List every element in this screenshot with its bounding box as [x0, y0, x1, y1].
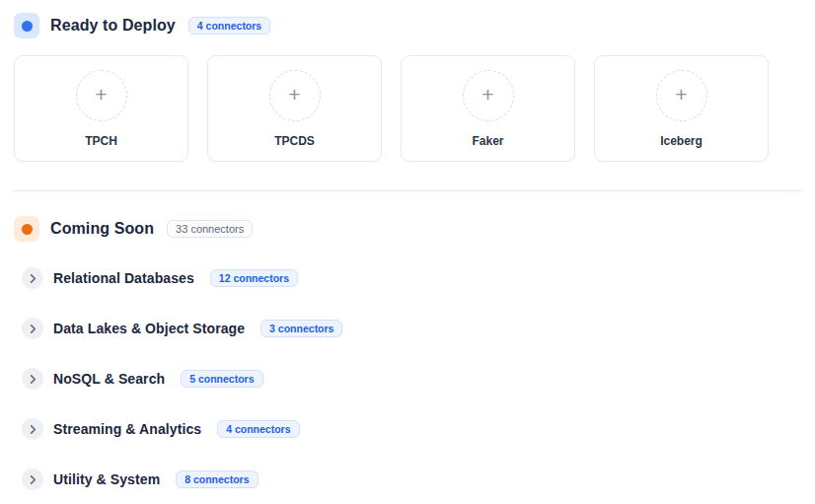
- blue-dot-icon: [22, 21, 33, 32]
- chevron-right-icon: [28, 374, 38, 385]
- group-row-data-lakes-object-storage[interactable]: Data Lakes & Object Storage 3 connectors: [14, 308, 801, 349]
- chevron-right-icon: [28, 273, 38, 284]
- group-row-streaming-analytics[interactable]: Streaming & Analytics 4 connectors: [14, 408, 801, 450]
- expand-button[interactable]: [22, 318, 43, 339]
- connector-card-iceberg[interactable]: + Iceberg: [594, 55, 769, 162]
- plus-icon: +: [675, 84, 687, 105]
- connector-card-label: Iceberg: [660, 134, 703, 148]
- group-connector-count-badge: 12 connectors: [210, 269, 298, 287]
- ready-status-dot-icon: [14, 13, 39, 38]
- group-row-relational-databases[interactable]: Relational Databases 12 connectors: [14, 257, 801, 299]
- ready-to-deploy-section: Ready to Deploy 4 connectors + TPCH + TP…: [14, 13, 801, 162]
- chevron-right-icon: [28, 424, 38, 435]
- plus-icon: +: [95, 84, 107, 105]
- expand-button[interactable]: [22, 368, 43, 390]
- group-connector-count-badge: 5 connectors: [181, 370, 262, 388]
- section-divider: [14, 190, 801, 191]
- connector-card-tpcds[interactable]: + TPCDS: [207, 55, 382, 162]
- group-title: Streaming & Analytics: [53, 421, 201, 437]
- group-row-utility-system[interactable]: Utility & System 8 connectors: [14, 459, 801, 500]
- group-connector-count-badge: 8 connectors: [176, 470, 258, 488]
- orange-dot-icon: [22, 224, 33, 235]
- coming-status-dot-icon: [14, 216, 39, 242]
- connector-card-label: TPCH: [85, 134, 117, 148]
- category-group-list: Relational Databases 12 connectors Data …: [14, 257, 801, 500]
- group-connector-count-badge: 4 connectors: [217, 420, 299, 438]
- add-connector-plus-icon: +: [269, 70, 321, 121]
- group-title: Relational Databases: [53, 270, 194, 286]
- chevron-right-icon: [28, 324, 38, 334]
- connector-card-faker[interactable]: + Faker: [401, 55, 575, 162]
- expand-button[interactable]: [22, 267, 43, 289]
- plus-icon: +: [482, 84, 493, 105]
- coming-section-header: Coming Soon 33 connectors: [14, 216, 801, 242]
- group-row-nosql-search[interactable]: NoSQL & Search 5 connectors: [14, 358, 801, 399]
- coming-section-title: Coming Soon: [50, 220, 154, 238]
- ready-connector-count-badge: 4 connectors: [188, 17, 270, 35]
- group-connector-count-badge: 3 connectors: [260, 320, 342, 337]
- connector-card-tpch[interactable]: + TPCH: [14, 55, 188, 162]
- connectors-page: Ready to Deploy 4 connectors + TPCH + TP…: [0, 0, 815, 504]
- coming-connector-count-badge: 33 connectors: [167, 220, 253, 238]
- expand-button[interactable]: [22, 418, 43, 440]
- connector-card-label: TPCDS: [274, 134, 315, 148]
- add-connector-plus-icon: +: [76, 70, 127, 121]
- group-title: Utility & System: [53, 471, 160, 487]
- group-title: Data Lakes & Object Storage: [53, 321, 245, 336]
- plus-icon: +: [288, 84, 300, 105]
- connector-card-label: Faker: [472, 134, 503, 148]
- chevron-right-icon: [28, 474, 38, 485]
- add-connector-plus-icon: +: [656, 70, 707, 121]
- add-connector-plus-icon: +: [463, 70, 514, 121]
- connector-card-grid: + TPCH + TPCDS + Faker + Iceberg: [14, 55, 801, 162]
- coming-soon-section: Coming Soon 33 connectors Relational Dat…: [14, 216, 801, 500]
- group-title: NoSQL & Search: [53, 371, 165, 387]
- expand-button[interactable]: [22, 468, 43, 490]
- ready-section-header: Ready to Deploy 4 connectors: [14, 13, 801, 38]
- ready-section-title: Ready to Deploy: [50, 17, 176, 35]
